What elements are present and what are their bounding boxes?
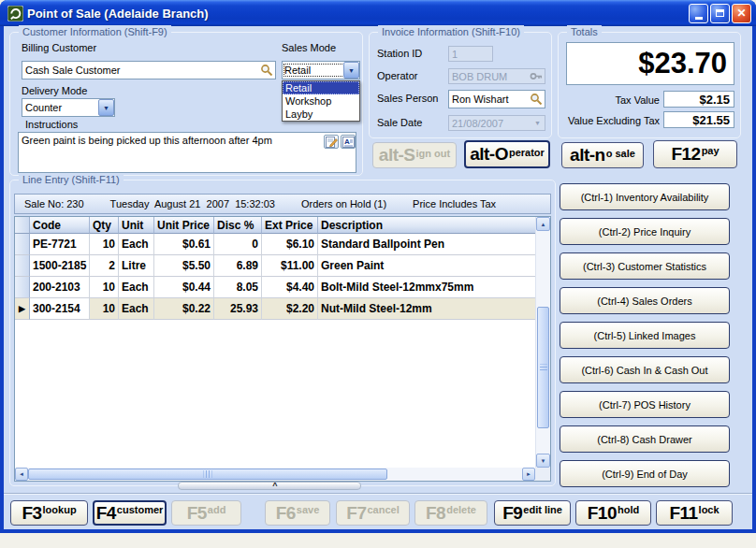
horizontal-scroll-thumb[interactable] [28,469,387,480]
price-inquiry-button[interactable]: (Ctrl-2) Price Inquiry [560,218,730,245]
sales-mode-label: Sales Mode [282,42,336,53]
price-includes-tax: Price Includes Tax [413,198,496,209]
line-item-row-selected[interactable]: ▶ 300-2154 10 Each $0.22 25.93 $2.20 Nut… [15,298,535,320]
row-selector[interactable] [15,255,30,277]
linked-images-button[interactable]: (Ctrl-5) Linked Images [560,322,730,349]
sales-mode-option-workshop[interactable]: Workshop [283,94,359,108]
line-item-row[interactable]: PE-7721 10 Each $0.61 0 $6.10 Standard B… [15,234,535,255]
cell-qty: 10 [90,298,119,320]
cell-code: 300-2154 [30,298,90,320]
delivery-mode-dropdown-icon[interactable]: ▼ [98,99,114,116]
sales-mode-option-layby[interactable]: Layby [283,108,359,121]
operator-label: Operator [377,70,417,81]
cash-drawer-button[interactable]: (Ctrl-8) Cash Drawer [560,425,730,453]
operator-button[interactable]: alt-Operator [464,140,550,168]
cell-disc: 25.93 [214,298,262,320]
fn-key: F5 [187,503,207,524]
sale-info-bar: Sale No: 230 Tuesday August 21 2007 15:3… [14,194,551,214]
app-window: Point of Sale (Adelaide Branch) ✕ Custom… [0,0,756,533]
no-sale-label: o sale [606,148,635,159]
sale-date-label: Sale Date [377,117,422,128]
maximize-button[interactable] [710,4,730,23]
pay-button[interactable]: F12pay [653,140,737,168]
cell-unit: Litre [119,255,154,277]
col-header-unit-price: Unit Price [154,217,214,234]
fn-label: lookup [43,504,77,515]
billing-customer-field[interactable]: Cash Sale Customer [22,61,276,79]
cell-disc: 6.89 [214,255,262,277]
inventory-availability-button[interactable]: (Ctrl-1) Inventory Availability [560,183,730,210]
instructions-label: Instructions [25,119,78,130]
operator-field: BOB DRUM [448,68,545,84]
minimize-button[interactable] [689,4,708,23]
edit-note-icon [326,137,338,148]
sales-person-value: Ron Wishart [452,94,509,105]
vertical-scrollbar[interactable]: ▲ ▼ [535,217,550,468]
scroll-grip [540,365,547,371]
pos-history-button[interactable]: (Ctrl-7) POS History [560,391,730,418]
customer-lookup-icon[interactable] [260,64,273,77]
app-logo-icon [7,6,23,22]
operator-button-label: perator [509,147,545,158]
line-item-row[interactable]: 200-2103 10 Each $0.44 8.05 $4.40 Bolt-M… [15,277,535,298]
scroll-down-icon[interactable]: ▼ [536,454,550,468]
sales-mode-dropdown-icon[interactable]: ▼ [343,62,359,79]
cell-qty: 10 [90,234,119,255]
f9-edit-line-button[interactable]: F9edit line [494,500,571,526]
f3-lookup-button[interactable]: F3lookup [10,500,88,526]
f11-lock-button[interactable]: F11lock [656,500,733,526]
invoice-info-group: Invoice Information (Shift-F10) Station … [369,32,552,138]
cash-in-out-button[interactable]: (Ctrl-6) Cash In & Cash Out [560,356,730,383]
sales-mode-value: Retail [284,65,343,76]
edit-note-button[interactable] [324,135,339,149]
sale-number: Sale No: 230 [24,198,84,209]
cell-ext-price: $2.20 [262,298,318,320]
row-selector[interactable] [15,277,30,298]
row-selector[interactable] [15,234,30,255]
line-items-grid: Code Qty Unit Unit Price Disc % Ext Pric… [14,216,551,482]
row-selector[interactable]: ▶ [15,298,30,320]
fn-key: F7 [346,503,366,524]
delivery-mode-value: Counter [25,102,62,113]
cell-unit-price: $0.22 [154,298,214,320]
scroll-left-icon[interactable]: ◄ [15,468,28,481]
f4-customer-button[interactable]: F4customer [93,500,167,526]
sale-datetime: Tuesday August 21 2007 15:32:03 [110,198,275,209]
total-value: $23.70 [638,47,727,80]
instructions-box[interactable]: Green paint is being picked up this afte… [18,132,356,173]
grid-selector-header [15,217,30,234]
no-sale-button[interactable]: alt-no sale [561,142,644,168]
panel-splitter[interactable]: ^ [178,482,361,490]
delivery-mode-combo[interactable]: Counter ▼ [22,98,115,117]
sales-orders-button[interactable]: (Ctrl-4) Sales Orders [560,287,730,314]
cell-unit-price: $0.44 [154,277,214,298]
cell-qty: 10 [90,277,119,298]
spell-check-button[interactable]: A [341,135,356,149]
col-header-unit: Unit [119,217,154,234]
cell-unit-price: $5.50 [154,255,214,277]
sales-person-lookup-icon[interactable] [530,93,543,106]
sales-mode-option-retail[interactable]: Retail [283,81,359,94]
fn-label: edit line [523,504,562,515]
scroll-up-icon[interactable]: ▲ [536,217,550,231]
vertical-scroll-thumb[interactable] [537,307,549,428]
pay-key: F12 [671,144,700,165]
horizontal-scrollbar[interactable]: ◄ ► [15,468,535,481]
tax-value: $2.15 [699,93,730,107]
f10-hold-button[interactable]: F10hold [575,500,651,526]
scroll-right-icon[interactable]: ► [522,468,535,481]
fn-label: customer [117,504,164,515]
end-of-day-button[interactable]: (Ctrl-9) End of Day [560,460,730,487]
sales-person-field[interactable]: Ron Wishart [448,90,545,108]
sales-person-label: Sales Person [377,93,438,104]
line-item-row[interactable]: 1500-2185 2 Litre $5.50 6.89 $11.00 Gree… [15,255,535,277]
sales-mode-combo[interactable]: Retail ▼ [282,61,360,79]
customer-info-group: Customer Information (Shift-F9) Billing … [9,32,363,176]
fn-key: F11 [669,503,697,524]
fn-key: F3 [22,503,41,524]
cell-code: 200-2103 [30,277,90,298]
customer-statistics-button[interactable]: (Ctrl-3) Customer Statistics [560,252,730,280]
close-button[interactable]: ✕ [732,4,751,23]
footer-separator [4,493,752,495]
current-row-marker-icon: ▶ [19,304,25,313]
